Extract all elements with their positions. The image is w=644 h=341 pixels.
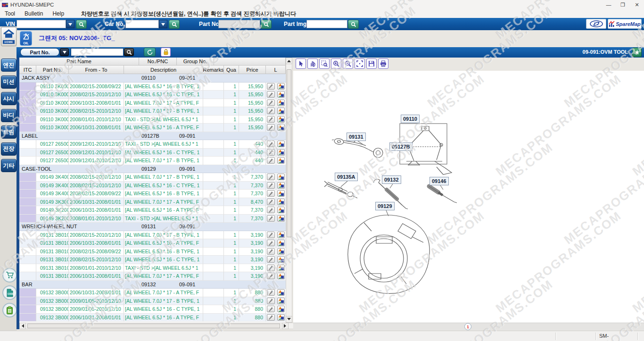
sparemap-link-icon[interactable] — [277, 149, 285, 156]
col-from-to[interactable]: From - To — [69, 66, 124, 74]
sparemap-link-icon[interactable] — [277, 256, 285, 263]
part-row[interactable]: 09131 3B0102006/10/31-2008/01/01[AL WHEE… — [19, 272, 286, 281]
search-type-dropdown-arrow[interactable] — [60, 48, 69, 56]
group-row[interactable]: JACK ASSY0911009-091 — [19, 74, 286, 83]
sparemap-link-icon[interactable] — [277, 91, 285, 98]
sparemap-link-icon[interactable] — [277, 83, 285, 90]
edit-pencil-icon[interactable] — [267, 240, 275, 246]
edit-pencil-icon[interactable] — [267, 91, 275, 98]
col-part-name[interactable]: Part Name — [19, 58, 139, 65]
edit-pencil-icon[interactable] — [267, 207, 275, 213]
sparemap-link-icon[interactable] — [277, 182, 285, 189]
part-row[interactable]: 09110 3K0002008/02/15-2008/09/22[AL WHEE… — [19, 83, 286, 91]
minimize-button[interactable]: — — [602, 0, 616, 9]
group-row[interactable]: BAR0913209-091 — [19, 281, 286, 289]
save-icon[interactable] — [366, 58, 377, 69]
part-label[interactable]: 09110 — [401, 115, 420, 123]
group-tool-button[interactable] — [632, 48, 642, 57]
table-horizontal-scrollbar[interactable] — [19, 323, 295, 329]
edit-pencil-icon[interactable] — [267, 149, 275, 156]
part-row[interactable]: 09110 3K0002008/02/15-2010/12/10[AL WHEE… — [19, 107, 286, 116]
edit-pencil-icon[interactable] — [267, 124, 275, 131]
part-row[interactable]: 09132 3B0002006/10/31-2008/01/01[AL WHEE… — [19, 314, 286, 322]
edit-pencil-icon[interactable] — [267, 265, 275, 271]
sparemap-link-icon[interactable] — [277, 124, 285, 131]
part-row[interactable]: 09131 3B0102008/02/15-2010/12/10[AL WHEE… — [19, 231, 286, 240]
sidebar-item-body[interactable]: 바디 — [1, 109, 17, 122]
part-label[interactable]: 09127B — [389, 142, 413, 151]
car-no-search-button[interactable] — [169, 20, 180, 29]
edit-pencil-icon[interactable] — [267, 174, 275, 180]
edit-pencil-icon[interactable] — [267, 157, 275, 164]
horizontal-scroll-thumb[interactable] — [27, 324, 280, 328]
menu-bulletin[interactable]: Bulletin — [20, 10, 48, 17]
sidebar-item-transmission[interactable]: 미션 — [1, 75, 17, 89]
part-row[interactable]: 09131 3B0102008/02/15-2010/12/10[AL WHEE… — [19, 256, 286, 264]
home-button[interactable]: HOME — [1, 27, 17, 46]
zoom-in-icon[interactable] — [331, 58, 341, 69]
part-label[interactable]: 09131 — [347, 133, 366, 141]
vertical-scroll-thumb[interactable] — [287, 69, 291, 237]
part-no-search-button[interactable] — [261, 20, 272, 29]
sparemap-link-icon[interactable] — [277, 116, 285, 123]
parts-diagram[interactable]: 09110 09131 09127B 09135A 09132 09146 09… — [293, 71, 644, 323]
close-button[interactable]: ✕ — [630, 0, 644, 9]
sparemap-link-icon[interactable] — [277, 108, 285, 114]
part-search-input[interactable] — [71, 48, 124, 56]
group-row[interactable]: WRENCH-WHEEL NUT0913109-091 — [19, 223, 286, 231]
edit-pencil-icon[interactable] — [267, 306, 275, 312]
sparemap-link-icon[interactable] — [277, 265, 285, 271]
part-row[interactable]: 09110 3K0002006/10/31-2008/01/01[AL WHEE… — [19, 124, 286, 132]
sparemap-link-icon[interactable] — [277, 199, 285, 205]
fit-screen-icon[interactable] — [355, 58, 365, 69]
part-row[interactable]: 09127 265002009/12/01-2010/12/10[AL WHEE… — [19, 157, 286, 165]
part-label[interactable]: 09135A — [335, 173, 358, 181]
sparemap-link-icon[interactable] — [277, 190, 285, 197]
edit-pencil-icon[interactable] — [267, 141, 275, 147]
sidebar-item-trim[interactable]: 트림 — [1, 125, 17, 139]
col-no-pnc[interactable]: No./PNC — [139, 58, 177, 65]
select-icon[interactable] — [296, 58, 306, 69]
sparemap-link-icon[interactable] — [277, 174, 285, 180]
sparemap-link-icon[interactable] — [277, 215, 285, 222]
part-row[interactable]: 09149 3K2002008/01/01-2010/12/10TAXI - S… — [19, 215, 286, 223]
sparemap-link-icon[interactable] — [277, 273, 285, 279]
sparemap-link-icon[interactable] — [277, 314, 285, 321]
part-label[interactable]: 09146 — [429, 177, 449, 185]
oil-tab-icon[interactable]: OIL — [20, 31, 32, 46]
zoom-area-icon[interactable] — [319, 58, 330, 69]
part-row[interactable]: 09149 3K2002006/10/31-2008/01/01[AL WHEE… — [19, 206, 286, 215]
edit-pencil-icon[interactable] — [267, 108, 275, 114]
part-row[interactable]: 09132 3B0002009/01/05-2010/12/10[AL WHEE… — [19, 305, 286, 314]
part-row[interactable]: 09110 3K0002008/01/01-2010/12/10TAXI - S… — [19, 116, 286, 124]
refresh-search-button[interactable] — [144, 48, 156, 57]
part-row[interactable]: 09127 265002009/12/01-2010/12/10TAXI - S… — [19, 140, 286, 149]
part-row[interactable]: 09110 3K0002008/02/15-2010/12/10[AL WHEE… — [19, 91, 286, 99]
col-price[interactable]: Price — [239, 66, 266, 74]
sparemap-link-icon[interactable] — [277, 141, 285, 147]
cart-button[interactable] — [2, 268, 17, 283]
edit-pencil-icon[interactable] — [267, 190, 275, 197]
part-row[interactable]: 09131 3B0102006/10/31-2008/01/01[AL WHEE… — [19, 239, 286, 248]
edit-pencil-icon[interactable] — [267, 116, 275, 123]
edit-pencil-icon[interactable] — [267, 256, 275, 263]
sidebar-item-chassis[interactable]: 샤시 — [1, 92, 17, 105]
sparemap-link-icon[interactable] — [277, 157, 285, 164]
col-part-no[interactable]: Part No. — [36, 66, 69, 74]
sparemap-link-icon[interactable] — [277, 100, 285, 106]
print-icon[interactable] — [378, 58, 388, 69]
edit-pencil-icon[interactable] — [267, 298, 275, 304]
col-group-no[interactable]: Group No. — [177, 58, 214, 65]
pan-icon[interactable] — [307, 58, 318, 69]
menu-help[interactable]: Help — [48, 10, 69, 17]
edit-pencil-icon[interactable] — [267, 182, 275, 189]
clipboard-button[interactable] — [2, 303, 17, 317]
car-no-dropdown-arrow[interactable] — [159, 20, 167, 28]
part-row[interactable]: 09132 3B0002009/01/05-2010/12/10[AL WHEE… — [19, 297, 286, 306]
code-doc-button[interactable]: CODE — [2, 285, 17, 300]
sparemap-link-icon[interactable] — [277, 298, 285, 304]
part-row[interactable]: 09149 3K4002008/02/15-2008/09/22[AL WHEE… — [19, 190, 286, 198]
sidebar-item-electrical[interactable]: 전장 — [1, 142, 17, 156]
sidebar-item-engine[interactable]: 엔진 — [1, 58, 17, 72]
part-row[interactable]: 09149 3K4002008/02/15-2010/12/10[AL WHEE… — [19, 173, 286, 182]
